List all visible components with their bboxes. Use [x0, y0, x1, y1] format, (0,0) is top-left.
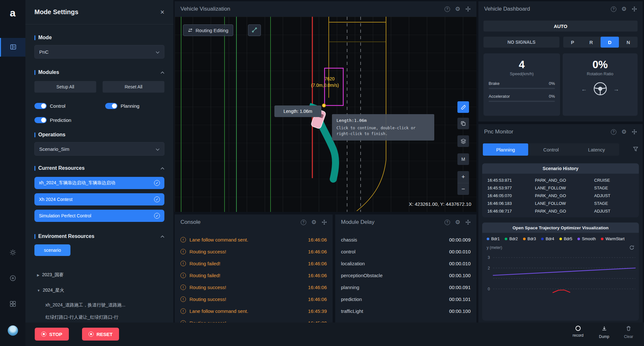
download-icon	[602, 326, 607, 332]
gear-icon[interactable]: ⚙	[455, 219, 460, 225]
stop-button[interactable]: STOP	[35, 328, 69, 341]
tree-child-item[interactable]: xh_2024_道路施工，换道行驶_道路施...	[45, 302, 168, 308]
console-entry: !Routing failed!16:46:06	[175, 258, 333, 269]
accelerator-row: Accelerator0%	[483, 94, 560, 99]
mode-select[interactable]: PnC	[34, 45, 164, 59]
gear-icon[interactable]: ⚙	[455, 6, 460, 12]
filter-icon[interactable]	[633, 147, 638, 152]
chevron-up-icon[interactable]	[161, 165, 164, 171]
operations-select[interactable]: Scenario_Sim	[34, 142, 164, 156]
sidebar-item-mode-settings[interactable]	[0, 38, 25, 57]
environment-resources-label: Enviroment Resources	[34, 233, 164, 239]
chevron-up-icon[interactable]	[161, 233, 164, 239]
mode-settings-title: Mode Settings	[34, 8, 78, 16]
move-icon[interactable]	[632, 129, 637, 134]
gear-icon[interactable]: ⚙	[311, 219, 317, 225]
move-icon[interactable]	[465, 6, 471, 12]
add-panel-icon[interactable]	[0, 275, 25, 281]
console-entry: !Routing success!16:46:06	[175, 281, 333, 293]
hint-instructions: Click to continue, double-click or right…	[336, 125, 430, 137]
trajectory-chart: 320	[482, 250, 639, 298]
dump-button[interactable]: Dump	[594, 326, 614, 339]
toggle-control: Control	[34, 103, 65, 109]
record-button[interactable]: record	[568, 326, 588, 338]
refresh-icon[interactable]	[629, 245, 634, 250]
close-icon[interactable]: ×	[160, 9, 164, 16]
layers-button[interactable]	[457, 135, 469, 147]
pnc-tabs: Planning Control Latency	[483, 143, 619, 156]
legend-item: Bdr4	[541, 237, 554, 241]
clear-button[interactable]: Clear	[618, 326, 639, 339]
theme-brightness-icon[interactable]	[0, 249, 25, 256]
tab-planning[interactable]: Planning	[483, 143, 528, 156]
routing-editing-button[interactable]: Routing Editing	[183, 24, 233, 36]
zoom-controls: + −	[457, 171, 469, 195]
routing-tool-button[interactable]	[248, 24, 261, 36]
planning-switch[interactable]	[105, 103, 117, 109]
console-list: !Lane follow command sent.16:46:06 !Rout…	[175, 230, 333, 323]
chart-ylabel: y (meter)	[487, 245, 502, 250]
zoom-out-button[interactable]: −	[457, 183, 469, 195]
help-icon[interactable]: ?	[301, 220, 306, 225]
setup-all-button[interactable]: Setup All	[34, 81, 96, 93]
user-avatar[interactable]	[8, 325, 18, 336]
toggle-prediction: Prediction	[34, 117, 71, 123]
console-entry: !Routing success!16:45:39	[175, 317, 333, 323]
ruler-tool-button[interactable]	[457, 101, 469, 113]
scenario-history-card: Scenario History 16:45:53:871PARK_AND_GO…	[482, 163, 639, 217]
reset-button[interactable]: RESET	[82, 328, 119, 341]
caret-down-icon: ▼	[37, 289, 40, 292]
arrow-left-icon: ←	[581, 86, 587, 93]
help-icon[interactable]: ?	[611, 6, 616, 12]
prediction-switch[interactable]	[34, 117, 47, 123]
pnc-header: Pnc Monitor ? ⚙	[478, 124, 643, 140]
route-path-icon	[252, 27, 257, 33]
map-mode-button[interactable]: M	[457, 153, 469, 165]
move-icon[interactable]	[465, 220, 471, 225]
module-delay-header: Module Delay ? ⚙	[335, 214, 476, 230]
routing-swap-icon	[188, 28, 193, 33]
gear-icon[interactable]: ⚙	[621, 129, 627, 135]
zoom-in-button[interactable]: +	[457, 171, 469, 183]
move-icon[interactable]	[322, 220, 327, 225]
scenario-filter-button[interactable]: scenario	[34, 244, 70, 256]
warning-icon: !	[180, 285, 186, 290]
legend-item: Bdr1	[487, 237, 500, 241]
control-switch[interactable]	[34, 103, 47, 109]
viz-header: Vehicle Visualization ? ⚙	[175, 1, 476, 17]
gear-icon[interactable]: ⚙	[621, 6, 627, 12]
history-row: 16:46:08:717PARK_AND_GOADJUST	[482, 207, 639, 215]
accelerator-progress	[489, 101, 555, 102]
tab-control[interactable]: Control	[528, 143, 574, 156]
warning-icon: !	[180, 308, 186, 314]
tab-latency[interactable]: Latency	[574, 143, 619, 156]
svg-text:0: 0	[488, 287, 490, 291]
legend-item: Bdr2	[505, 237, 518, 241]
reset-all-button[interactable]: Reset All	[103, 81, 164, 93]
help-icon[interactable]: ?	[611, 129, 616, 135]
chevron-up-icon[interactable]	[161, 69, 164, 75]
console-header: Console ? ⚙	[175, 214, 333, 230]
help-icon[interactable]: ?	[445, 6, 450, 12]
resource-item[interactable]: Simulation Perfect Control ✓	[34, 210, 164, 222]
module-delay-panel: Module Delay ? ⚙ chassis00:00.009 contro…	[335, 214, 476, 323]
dashboard-header: Vehicle Dashboard ? ⚙	[478, 1, 643, 17]
move-icon[interactable]	[632, 6, 637, 12]
copy-view-button[interactable]	[457, 118, 469, 129]
open-space-card: Open Space Trajectory Optimizer Visualiz…	[482, 223, 639, 321]
history-row: 16:45:53:871PARK_AND_GOCRUISE	[482, 176, 639, 184]
console-panel: Console ? ⚙ !Lane follow command sent.16…	[175, 214, 333, 323]
layout-grid-icon[interactable]	[0, 301, 25, 307]
legend-item: WarmStart	[601, 237, 624, 241]
resource-item[interactable]: Xh 2024 Contest ✓	[34, 193, 164, 205]
resource-item[interactable]: xh_2024_车辆靠边启动_车辆靠边启动 ✓	[34, 177, 164, 189]
help-icon[interactable]: ?	[445, 220, 450, 225]
operations-select-value: Scenario_Sim	[39, 146, 69, 152]
tree-item-2023[interactable]: ▶ 2023_国赛	[37, 272, 64, 278]
map-canvas[interactable]: 7620 (7.0m,0.0m/s) Routing Editing Lengt…	[175, 17, 476, 212]
tree-item-2024[interactable]: ▼ 2024_星火	[37, 287, 64, 293]
arrow-right-icon: →	[613, 86, 619, 93]
warning-icon: !	[180, 261, 186, 266]
tree-child-item[interactable]: 红绿灯路口-行人避让_红绿灯路口-行	[45, 314, 168, 320]
pnc-title: Pnc Monitor	[484, 129, 513, 135]
